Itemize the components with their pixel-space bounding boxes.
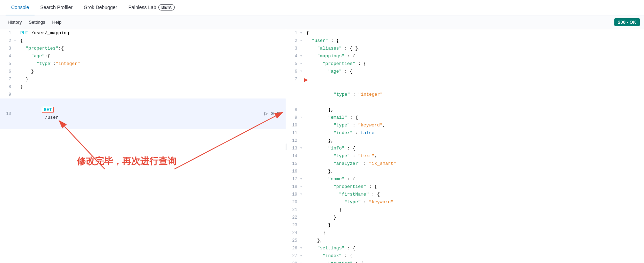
editor-line-3: 3 "properties":{: [0, 45, 286, 52]
nav-history[interactable]: History: [4, 17, 25, 28]
output-line-1: 1 ▾ {: [286, 29, 644, 37]
output-line-23: 23 }: [286, 221, 644, 229]
output-line-12: 12 },: [286, 137, 644, 145]
editor-line-5: 5 "type":"integer": [0, 60, 286, 68]
run-icon[interactable]: ▷: [264, 110, 268, 118]
editor-line-4: 4 "age":{: [0, 52, 286, 60]
status-badge: 200 - OK: [614, 18, 640, 26]
output-line-28: 28 ▾ "routing" : {: [286, 260, 644, 263]
main-container: 1 PUT /user/_mapping 2 ▾ { 3 "properties…: [0, 29, 644, 263]
editor-line-6: 6 }: [0, 68, 286, 75]
output-panel: 1 ▾ { 2 ▾ "user" : { 3 "aliases" : { }, …: [286, 29, 644, 263]
output-line-2: 2 ▾ "user" : {: [286, 37, 644, 45]
divider-handle[interactable]: ‖: [284, 143, 287, 150]
settings-icon[interactable]: ⚙: [277, 110, 280, 118]
output-line-6: 6 ▾ "age" : {: [286, 68, 644, 75]
nav-item-grok-debugger[interactable]: Grok Debugger: [78, 0, 123, 15]
output-line-27: 27 ▾ "index" : {: [286, 252, 644, 260]
output-line-15: 15 "analyzer" : "ik_smart": [286, 160, 644, 168]
output-line-19: 19 ▾ "firstName" : {: [286, 191, 644, 198]
output-line-20: 20 "type" : "keyword": [286, 198, 644, 206]
editor-line-9: 9: [0, 91, 286, 98]
output-line-16: 16 },: [286, 168, 644, 175]
second-nav: History Settings Help 200 - OK: [0, 15, 644, 29]
editor-line-8: 8 }: [0, 83, 286, 91]
output-line-4: 4 ▾ "mappings" : {: [286, 52, 644, 60]
annotation-text: 修改完毕，再次进行查询: [77, 155, 177, 167]
beta-badge: BETA: [158, 4, 175, 10]
output-line-21: 21 }: [286, 206, 644, 214]
copy-icon[interactable]: ⊙: [271, 110, 274, 118]
output-line-11: 11 "index" : false: [286, 129, 644, 137]
nav-item-search-profiler[interactable]: Search Profiler: [35, 0, 78, 15]
get-keyword: GET: [42, 107, 53, 113]
output-line-18: 18 ▾ "properties" : {: [286, 183, 644, 191]
editor-panel[interactable]: 1 PUT /user/_mapping 2 ▾ { 3 "properties…: [0, 29, 286, 263]
nav-help[interactable]: Help: [48, 17, 65, 28]
output-line-17: 17 ▾ "name" : {: [286, 175, 644, 183]
output-line-10: 10 "type" : "keyword",: [286, 122, 644, 129]
nav-item-painless-lab[interactable]: Painless Lab BETA: [123, 0, 180, 15]
nav-item-console[interactable]: Console: [6, 0, 35, 15]
editor-line-1: 1 PUT /user/_mapping: [0, 29, 286, 37]
output-line-22: 22 }: [286, 214, 644, 221]
output-line-26: 26 ▾ "settings" : {: [286, 244, 644, 252]
editor-line-7: 7 }: [0, 75, 286, 83]
output-line-24: 24 }: [286, 229, 644, 237]
output-line-8: 8 },: [286, 106, 644, 114]
editor-line-10: 10 GET /user ▷ ⊙ ⚙: [0, 98, 286, 129]
svg-line-2: [65, 126, 105, 169]
output-line-13: 13 ▾ "info" : {: [286, 145, 644, 152]
nav-settings[interactable]: Settings: [25, 17, 48, 28]
editor-line-2: 2 ▾ {: [0, 37, 286, 45]
output-line-14: 14 "type" : "text",: [286, 152, 644, 160]
output-line-3: 3 "aliases" : { },: [286, 45, 644, 52]
output-line-9: 9 ▾ "email" : {: [286, 114, 644, 122]
top-nav: Console Search Profiler Grok Debugger Pa…: [0, 0, 644, 15]
output-line-25: 25 },: [286, 237, 644, 244]
output-line-5: 5 ▾ "properties" : {: [286, 60, 644, 68]
output-line-7: 7 ▶ "type" : "integer": [286, 75, 644, 106]
